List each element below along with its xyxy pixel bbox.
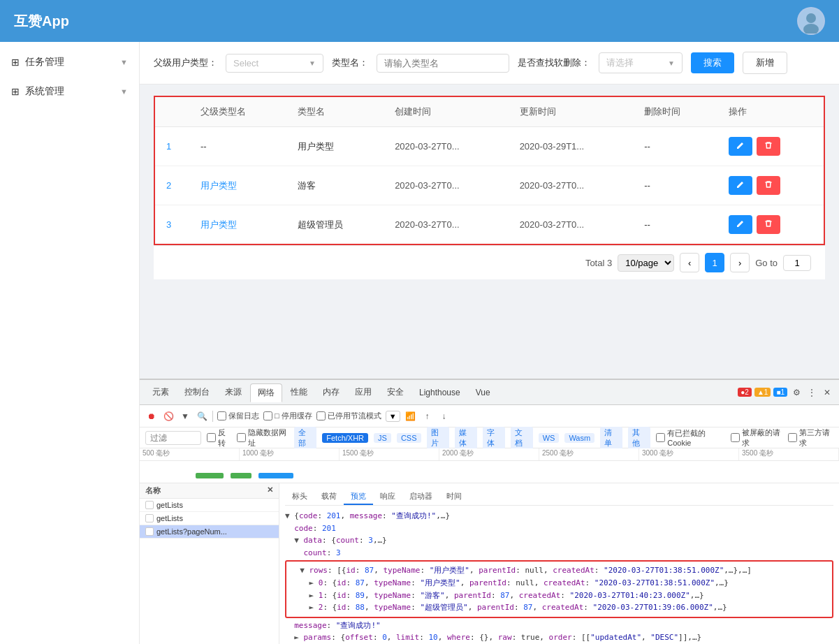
- filter-tag-css[interactable]: CSS: [397, 433, 421, 443]
- download-btn[interactable]: ↓: [438, 410, 451, 423]
- devtools-tab-memory[interactable]: 内存: [316, 383, 346, 401]
- devtools-tab-security[interactable]: 安全: [380, 383, 411, 401]
- timeline-bar-2: [231, 473, 251, 478]
- chevron-down-icon-2: ▼: [120, 87, 128, 96]
- delete-button-2[interactable]: [757, 176, 780, 195]
- close-btn[interactable]: ✕: [821, 386, 833, 399]
- tab-payload[interactable]: 载荷: [314, 489, 344, 505]
- filter-tag-other[interactable]: 其他: [628, 427, 650, 449]
- close-col: ✕: [267, 485, 273, 496]
- cell-deleted: --: [633, 127, 717, 166]
- filter-tag-doc[interactable]: 文档: [511, 427, 533, 449]
- filter-tag-fetch[interactable]: Fetch/XHR: [322, 433, 368, 443]
- preserve-log-checkbox[interactable]: 保留日志: [217, 411, 259, 421]
- edit-button-1[interactable]: [729, 137, 752, 156]
- intercepted-cookie-checkbox[interactable]: 有已拦截的 Cookie: [656, 428, 725, 447]
- search-button[interactable]: 搜索: [691, 52, 734, 73]
- network-list-panel: 名称 ✕ getLists getLists: [140, 483, 279, 644]
- devtools-tab-console[interactable]: 控制台: [177, 383, 217, 401]
- devtools-tab-sources[interactable]: 来源: [218, 383, 249, 401]
- hide-data-url-checkbox[interactable]: 隐藏数据网址: [237, 427, 289, 448]
- filter-tag-manifest[interactable]: 清单: [600, 427, 622, 449]
- table-row: 2 用户类型 游客 2020-03-27T0... 2020-03-27T0..…: [154, 166, 824, 205]
- cell-num: 1: [154, 127, 189, 166]
- edit-button-3[interactable]: [729, 215, 752, 234]
- cell-num: 2: [154, 166, 189, 205]
- delete-button-3[interactable]: [757, 215, 780, 234]
- more-btn[interactable]: ⋮: [805, 386, 818, 399]
- app-title: 互赞App: [14, 12, 69, 31]
- filter-tag-font[interactable]: 字体: [483, 427, 505, 449]
- mark-3000: 3000 毫秒: [639, 448, 739, 460]
- page-size-select[interactable]: 10/page 20/page 50/page: [618, 254, 674, 272]
- filter-tag-all[interactable]: 全部: [294, 427, 316, 449]
- soft-delete-select[interactable]: 请选择 ▼: [599, 52, 683, 73]
- filter-tag-js[interactable]: JS: [374, 433, 391, 443]
- filter-tag-img[interactable]: 图片: [427, 427, 449, 449]
- filter-tag-wasm[interactable]: Wasm: [564, 433, 594, 443]
- soft-delete-label: 是否查找软删除：: [518, 57, 590, 69]
- delete-button-1[interactable]: [757, 137, 780, 156]
- clear-btn[interactable]: 🚫: [162, 410, 175, 423]
- cell-name: 超级管理员: [286, 205, 384, 245]
- tab-response[interactable]: 响应: [373, 489, 402, 505]
- parent-type-select[interactable]: Select ▼: [226, 54, 323, 73]
- devtools-tabs: 元素 控制台 来源 网络 性能 内存 应用 安全 Lighthouse Vue …: [140, 380, 839, 405]
- data-table: 父级类型名 类型名 创建时间 更新时间 删除时间 操作 1 -- 用户类型 20…: [154, 96, 825, 245]
- network-item-getLists-2[interactable]: getLists: [140, 512, 279, 525]
- filter-tag-media[interactable]: 媒体: [455, 427, 477, 449]
- sidebar-item-system-mgmt[interactable]: ⊞ 系统管理 ▼: [0, 77, 139, 106]
- record-btn[interactable]: ⏺: [145, 410, 158, 423]
- devtools-tab-application[interactable]: 应用: [348, 383, 379, 401]
- settings-btn[interactable]: ⚙: [790, 386, 803, 399]
- cell-action: [717, 166, 824, 205]
- tab-preview[interactable]: 预览: [344, 489, 373, 505]
- parent-type-select-value: Select: [233, 58, 258, 68]
- divider: [212, 411, 213, 422]
- sidebar-item-system-label: 系统管理: [25, 85, 64, 98]
- checkbox-3[interactable]: [145, 527, 154, 536]
- cell-updated: 2020-03-29T1...: [509, 127, 634, 166]
- offline-checkbox[interactable]: 已停用节流模式: [316, 411, 381, 421]
- disable-cache-checkbox[interactable]: □ 停用缓存: [263, 411, 312, 421]
- devtools-tab-performance[interactable]: 性能: [284, 383, 314, 401]
- checkbox-1[interactable]: [145, 501, 154, 509]
- th-updated: 更新时间: [509, 96, 634, 127]
- pagination: Total 3 10/page 20/page 50/page ‹ 1 › Go…: [154, 245, 825, 279]
- preview-line-row2: ► 2: {id: 88, typeName: "超级管理员", parentI…: [291, 601, 828, 614]
- cell-parent: --: [189, 127, 286, 166]
- page-1-btn[interactable]: 1: [705, 253, 724, 272]
- devtools-tab-lighthouse[interactable]: Lighthouse: [412, 385, 467, 400]
- add-button[interactable]: 新增: [743, 52, 787, 74]
- next-page-btn[interactable]: ›: [730, 253, 750, 272]
- filter-toggle-btn[interactable]: ▼: [179, 410, 191, 423]
- upload-btn[interactable]: ↑: [421, 410, 434, 423]
- goto-input[interactable]: [783, 255, 811, 271]
- content-area: 父级用户类型： Select ▼ 类型名： 是否查找软删除： 请选择 ▼ 搜索 …: [140, 42, 839, 644]
- network-item-getLists-1[interactable]: getLists: [140, 499, 279, 512]
- tab-initiator[interactable]: 启动器: [402, 489, 439, 505]
- filter-tag-ws[interactable]: WS: [539, 433, 560, 443]
- devtools-tab-vue[interactable]: Vue: [469, 385, 497, 400]
- type-name-input[interactable]: [377, 54, 509, 73]
- tab-timing[interactable]: 时间: [439, 489, 469, 505]
- throttle-select[interactable]: ▼: [386, 411, 400, 422]
- checkbox-2[interactable]: [145, 514, 154, 522]
- tab-headers[interactable]: 标头: [285, 489, 314, 505]
- third-party-checkbox[interactable]: 第三方请求: [788, 427, 833, 448]
- edit-button-2[interactable]: [729, 176, 752, 195]
- blocked-req-checkbox[interactable]: 被屏蔽的请求: [731, 427, 783, 448]
- network-item-name-2: getLists: [156, 514, 183, 522]
- devtools-tab-network[interactable]: 网络: [250, 383, 282, 402]
- devtools-tab-elements[interactable]: 元素: [145, 383, 176, 401]
- mark-2500: 2500 毫秒: [539, 448, 639, 460]
- th-name: 类型名: [286, 96, 384, 127]
- invert-checkbox[interactable]: 反转: [207, 427, 231, 448]
- avatar[interactable]: [797, 7, 825, 35]
- sidebar-item-task-mgmt[interactable]: ⊞ 任务管理 ▼: [0, 47, 139, 77]
- prev-page-btn[interactable]: ‹: [680, 253, 699, 272]
- network-item-getLists-pageNum[interactable]: getLists?pageNum...: [140, 525, 279, 539]
- cell-name: 用户类型: [286, 127, 384, 166]
- search-btn[interactable]: 🔍: [196, 410, 208, 423]
- devtools-filter-input[interactable]: [145, 431, 201, 445]
